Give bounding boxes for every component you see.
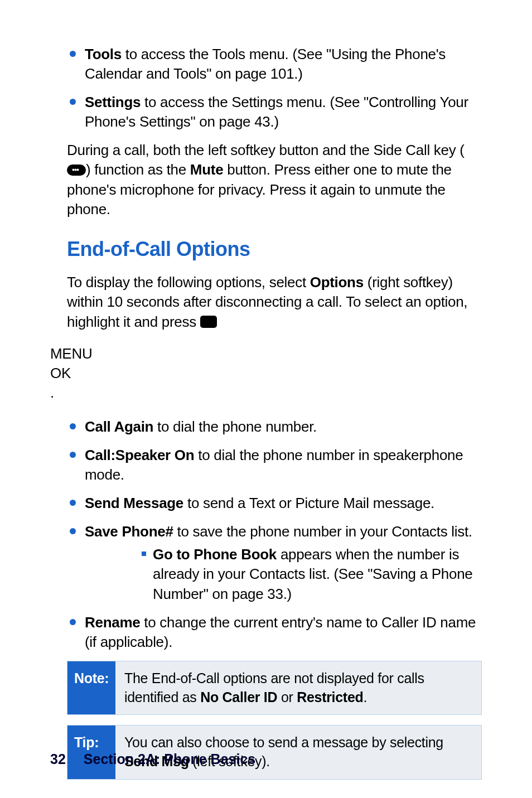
text: or (277, 689, 297, 705)
note-callout: Note: The End-of-Call options are not di… (67, 661, 482, 715)
item-text: to send a Text or Picture Mail message. (183, 495, 434, 511)
section-heading: End-of-Call Options (50, 236, 482, 263)
sub-list: Go to Phone Book appears when the number… (85, 545, 482, 603)
text: You can also choose to send a message by… (124, 734, 443, 750)
text: . (50, 384, 54, 401)
text: During a call, both the left softkey but… (67, 142, 465, 158)
text: . (363, 689, 367, 705)
list-item: Tools to access the Tools menu. (See "Us… (50, 45, 482, 84)
text-bold: Restricted (297, 689, 363, 705)
text: To display the following options, select (67, 274, 310, 291)
text-bold: No Caller ID (200, 689, 277, 705)
item-text: to change the current entry's name to Ca… (85, 614, 476, 650)
text-bold: Mute (190, 161, 223, 178)
list-item: Settings to access the Settings menu. (S… (50, 93, 482, 132)
item-text: to access the Settings menu. (See "Contr… (85, 94, 468, 130)
section-label: Section 2A: Phone Basics (84, 751, 255, 767)
item-title: Save Phone# (85, 523, 173, 540)
item-title: Call:Speaker On (85, 447, 194, 463)
item-title: Tools (85, 46, 122, 62)
side-call-key-icon (67, 165, 86, 176)
item-text: to access the Tools menu. (See "Using th… (85, 46, 446, 82)
text: ) function as the (86, 161, 190, 178)
sub-list-item: Go to Phone Book appears when the number… (85, 545, 482, 603)
list-item: Rename to change the current entry's nam… (50, 613, 482, 652)
item-title: Rename (85, 614, 140, 631)
note-body: The End-of-Call options are not displaye… (115, 661, 481, 715)
options-list: Call Again to dial the phone number. Cal… (50, 417, 482, 652)
top-bullet-list: Tools to access the Tools menu. (See "Us… (50, 45, 482, 132)
item-title: Call Again (85, 418, 153, 435)
text-bold: Options (310, 274, 364, 291)
list-item: Call Again to dial the phone number. (50, 417, 482, 437)
item-title: Settings (85, 94, 141, 110)
item-title: Send Message (85, 495, 183, 511)
item-text: to save the phone number in your Contact… (173, 523, 472, 540)
sub-item-title: Go to Phone Book (153, 546, 277, 563)
page-footer: 32 Section 2A: Phone Basics (50, 751, 255, 767)
item-text: to dial the phone number. (153, 418, 317, 435)
list-item: Call:Speaker On to dial the phone number… (50, 446, 482, 485)
intro-paragraph: To display the following options, select… (50, 273, 482, 331)
list-item: Save Phone# to save the phone number in … (50, 522, 482, 603)
list-item: Send Message to send a Text or Picture M… (50, 494, 482, 513)
during-call-paragraph: During a call, both the left softkey but… (50, 141, 482, 219)
menu-ok-key-icon (200, 316, 217, 328)
note-label: Note: (67, 661, 115, 715)
page-number: 32 (50, 751, 66, 767)
